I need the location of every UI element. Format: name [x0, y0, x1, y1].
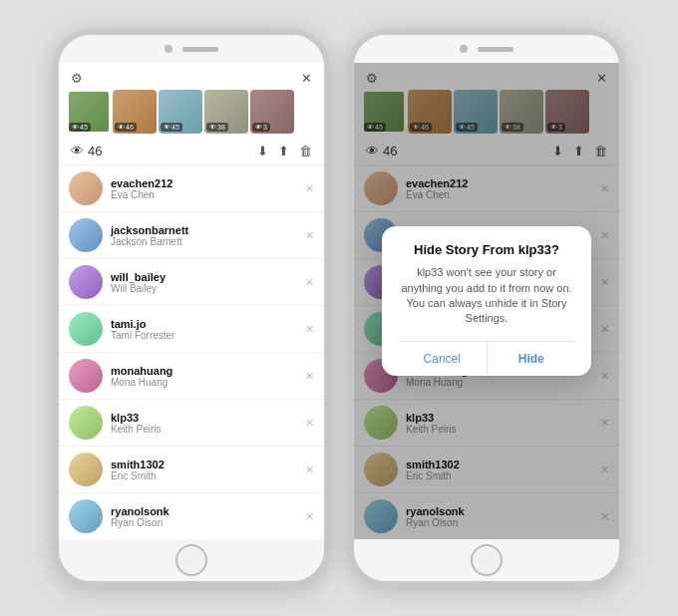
user-info: jacksonbarnett Jackson Barnett: [111, 224, 305, 247]
top-bar-right: [354, 35, 619, 63]
list-item: monahuang Mona Huang ✕: [59, 353, 324, 400]
share-icon-left[interactable]: ⬆: [278, 144, 289, 158]
speaker-right: [478, 47, 513, 52]
remove-icon[interactable]: ✕: [305, 323, 314, 336]
eye-icon-left: 👁: [71, 144, 84, 158]
user-info: tami.jo Tami Forrester: [111, 318, 305, 341]
user-name: Mona Huang: [111, 377, 305, 388]
home-button-left[interactable]: [175, 544, 207, 576]
list-item: jacksonbarnett Jackson Barnett ✕: [59, 212, 324, 259]
screen-header-left: ⚙ ✕: [59, 63, 324, 90]
bottom-bar-left: [59, 539, 324, 581]
download-icon-left[interactable]: ⬇: [257, 144, 268, 158]
avatar: [69, 265, 103, 299]
thumb-3-left[interactable]: 👁45: [159, 90, 202, 134]
user-name: Eva Chen: [111, 189, 305, 200]
list-item: will_bailey Will Bailey ✕: [59, 259, 324, 306]
screen-left: ⚙ ✕ 👁45 👁46 👁45 👁38 👁3: [59, 63, 324, 539]
thumb-4-left[interactable]: 👁38: [204, 90, 248, 134]
home-button-right[interactable]: [471, 544, 503, 576]
user-info: evachen212 Eva Chen: [111, 177, 305, 200]
user-name: Tami Forrester: [111, 330, 305, 341]
user-info: smith1302 Eric Smith: [111, 459, 305, 481]
phone-left: ⚙ ✕ 👁45 👁46 👁45 👁38 👁3: [53, 29, 330, 587]
story-count-left: 👁 46: [71, 144, 102, 158]
user-handle: monahuang: [111, 365, 305, 377]
count-number-left: 46: [88, 144, 102, 158]
avatar: [69, 312, 103, 346]
thumbnails-left: 👁45 👁46 👁45 👁38 👁3: [59, 90, 324, 140]
phone-right: ⚙ ✕ 👁45 👁46 👁45 👁38 👁3: [348, 29, 625, 587]
user-info: klp33 Keith Peiris: [111, 412, 305, 435]
user-handle: jacksonbarnett: [111, 224, 305, 236]
screen-right: ⚙ ✕ 👁45 👁46 👁45 👁38 👁3: [354, 63, 619, 539]
dialog-overlay: Hide Story From klp33? klp33 won't see y…: [354, 63, 619, 539]
user-name: Will Bailey: [111, 283, 305, 294]
list-item: ryanolsonk Ryan Olson ✕: [59, 493, 324, 539]
hide-button[interactable]: Hide: [488, 342, 576, 376]
user-handle: will_bailey: [111, 271, 305, 283]
avatar: [69, 171, 103, 205]
remove-icon[interactable]: ✕: [305, 510, 314, 523]
user-info: will_bailey Will Bailey: [111, 271, 305, 294]
count-actions-left: ⬇ ⬆ 🗑: [257, 144, 312, 158]
user-handle: ryanolsonk: [111, 505, 305, 517]
list-item: klp33 Keith Peiris ✕: [59, 400, 324, 447]
avatar: [69, 218, 103, 252]
remove-icon[interactable]: ✕: [305, 370, 314, 383]
user-name: Ryan Olson: [111, 517, 305, 528]
remove-icon[interactable]: ✕: [305, 182, 314, 195]
cancel-button[interactable]: Cancel: [398, 342, 488, 376]
settings-icon-left[interactable]: ⚙: [71, 71, 83, 86]
hide-story-dialog: Hide Story From klp33? klp33 won't see y…: [382, 226, 591, 376]
thumb-1-left[interactable]: 👁45: [67, 90, 111, 134]
thumb-2-left[interactable]: 👁46: [113, 90, 157, 134]
list-item: smith1302 Eric Smith ✕: [59, 447, 324, 493]
delete-icon-left[interactable]: 🗑: [299, 144, 312, 158]
dialog-message: klp33 won't see your story or anything y…: [398, 265, 575, 327]
camera-left: [165, 45, 172, 53]
top-bar-left: [59, 35, 324, 63]
user-handle: tami.jo: [111, 318, 305, 330]
camera-right: [460, 45, 468, 53]
user-name: Jackson Barnett: [111, 236, 305, 247]
remove-icon[interactable]: ✕: [305, 417, 314, 430]
scene: ⚙ ✕ 👁45 👁46 👁45 👁38 👁3: [0, 0, 678, 616]
avatar: [69, 406, 103, 440]
close-icon-left[interactable]: ✕: [301, 71, 312, 86]
user-list-left: evachen212 Eva Chen ✕ jacksonbarnett Jac…: [59, 165, 324, 539]
list-item: evachen212 Eva Chen ✕: [59, 165, 324, 212]
dialog-title: Hide Story From klp33?: [398, 242, 575, 257]
user-handle: smith1302: [111, 459, 305, 470]
remove-icon[interactable]: ✕: [305, 463, 314, 476]
user-info: monahuang Mona Huang: [111, 365, 305, 388]
count-bar-left: 👁 46 ⬇ ⬆ 🗑: [59, 140, 324, 165]
avatar: [69, 453, 103, 486]
thumb-5-left[interactable]: 👁3: [250, 90, 294, 134]
dialog-actions: Cancel Hide: [398, 341, 575, 376]
avatar: [69, 499, 103, 533]
user-info: ryanolsonk Ryan Olson: [111, 505, 305, 528]
speaker-left: [182, 47, 218, 52]
user-handle: klp33: [111, 412, 305, 424]
user-handle: evachen212: [111, 177, 305, 189]
remove-icon[interactable]: ✕: [305, 229, 314, 242]
list-item: tami.jo Tami Forrester ✕: [59, 306, 324, 353]
bottom-bar-right: [354, 539, 619, 581]
avatar: [69, 359, 103, 393]
user-name: Eric Smith: [111, 470, 305, 481]
user-name: Keith Peiris: [111, 424, 305, 435]
remove-icon[interactable]: ✕: [305, 276, 314, 289]
